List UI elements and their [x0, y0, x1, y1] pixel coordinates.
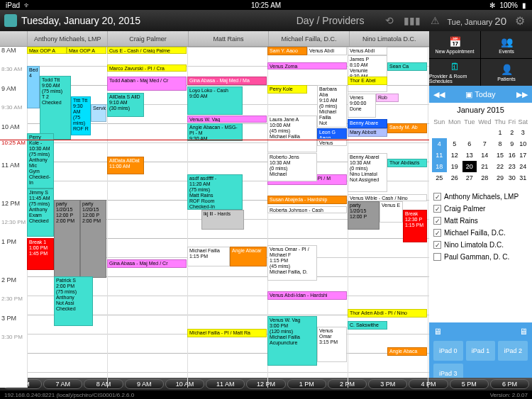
appointment-block[interactable]: Cus E - Cash / Craig Palme [107, 47, 187, 54]
mini-cal-day[interactable]: 5 [447, 138, 463, 150]
appointment-block[interactable]: Venes 9:00:00 Done [348, 94, 376, 118]
mini-cal-day[interactable]: 26 [447, 172, 463, 184]
mini-cal-day[interactable]: 19 [447, 161, 463, 172]
ruler-hour[interactable]: 11 AM [206, 379, 245, 389]
mini-cal-day[interactable] [462, 127, 477, 138]
appointment-block[interactable]: Thor Abdiazis [387, 159, 427, 167]
mini-cal-day[interactable]: 8 [493, 138, 507, 150]
ruler-hour[interactable]: 1 PM [287, 379, 326, 389]
mini-cal-day[interactable]: 31 [517, 172, 529, 184]
mini-cal-day[interactable]: 3 [517, 127, 529, 138]
appointment-block[interactable]: Michael Failla - PI / Matt Ra [187, 329, 267, 337]
appointment-block[interactable]: Gina Abasa - Maj Med / Cr [107, 259, 187, 268]
alert-icon[interactable]: ⚠ [431, 15, 440, 26]
appointment-block[interactable]: Venus Abdi-Idan - Hardshi [267, 291, 347, 300]
mini-cal-day[interactable]: 16 [507, 150, 516, 161]
appointment-block[interactable]: Sam Y. Aaoo [267, 47, 307, 55]
mini-cal-day[interactable]: 13 [462, 150, 477, 161]
appointment-block[interactable]: Michael Failla 1:15 PM [187, 247, 230, 266]
mini-cal-day[interactable]: 10 [517, 138, 529, 150]
ruler-hour[interactable]: 7 AM [43, 379, 82, 389]
appointment-block[interactable]: Tttt Ttt 9:30 AM (75 mins) ROF R [71, 96, 91, 135]
appointment-block[interactable]: Venus Abdi [307, 47, 347, 55]
provider-header[interactable]: Craig Palmer [107, 31, 187, 46]
ruler-hour[interactable]: 5 PM [450, 379, 489, 389]
sidebar-action-new-appointment[interactable]: 📅New Appointment [429, 31, 480, 58]
view-mode-selector[interactable]: Day / Providers [282, 15, 379, 26]
appointment-block[interactable]: Roberto Jens 10:30 AM (0 mins) Michael [267, 153, 317, 181]
mini-cal-day[interactable]: 4 [432, 138, 447, 150]
checkbox-icon[interactable]: ✓ [433, 217, 441, 225]
provider-header[interactable]: Matt Rains [188, 31, 268, 46]
appointment-block[interactable]: James P 8:10 AM Venunie 8:30 AM Done [348, 55, 387, 92]
appointment-block[interactable]: Venus Omar - PI / Michael F 1:15 PM (45 … [267, 245, 317, 281]
appointment-block[interactable]: AllData S AllD 9:10 AM (30 mins) [107, 93, 144, 117]
appointment-block[interactable]: Max OOP A [27, 47, 67, 54]
mini-cal-day[interactable]: 14 [477, 150, 494, 161]
mini-cal-day[interactable]: 22 [493, 161, 507, 172]
mini-cal-day[interactable]: 23 [507, 161, 516, 172]
appointment-block[interactable]: Venus E [379, 201, 403, 223]
header-mini-date[interactable]: Tue, January 20 [447, 15, 506, 27]
appointment-block[interactable]: Patrick S 2:00 PM (75 mins) Anthony Not … [54, 276, 93, 326]
provider-filter-item[interactable]: ✓Anthony Michaels, LMP [432, 191, 529, 203]
mini-cal-day[interactable]: 9 [507, 138, 516, 150]
appointment-block[interactable]: Sean Ca [387, 62, 427, 71]
ruler-hour[interactable]: 9 AM [125, 379, 164, 389]
mini-cal-day[interactable] [432, 127, 447, 138]
sidebar-action-events[interactable]: 👥Events [481, 31, 532, 58]
mini-cal-day[interactable]: 6 [462, 138, 477, 150]
appointment-block[interactable]: Thor E Abel [348, 77, 387, 85]
sidebar-action-provider-room-schedules[interactable]: 🗓Provider & Room Schedules [429, 59, 480, 86]
mini-cal-day[interactable] [477, 127, 494, 138]
appointment-block[interactable]: lkj lll - Hards [201, 210, 244, 230]
ruler-hour[interactable]: 10 AM [165, 379, 204, 389]
ruler-hour[interactable]: 12 PM [246, 379, 285, 389]
appointment-block[interactable]: party 1/20/15 12:00 P 2:00 PM [54, 200, 80, 278]
appointment-block[interactable]: Rob [376, 94, 399, 102]
checkbox-icon[interactable]: ✓ [433, 205, 441, 213]
appointment-block[interactable]: Venus W. Vag [187, 116, 267, 123]
provider-filter-item[interactable]: ✓Craig Palmer [432, 203, 529, 215]
mini-cal-day[interactable]: 2 [507, 127, 516, 138]
sidebar-action-patients[interactable]: 👤Patients [481, 59, 532, 86]
ruler-hour[interactable]: 8 AM [84, 379, 123, 389]
calendar-grid[interactable]: 8 AM8:30 AM9 AM9:30 AM10 AM10:25 AM11 AM… [0, 47, 429, 388]
appointment-block[interactable]: AllData AllDat 11:00 AM [107, 157, 144, 174]
provider-header[interactable]: Michael Failla, D.C. [268, 31, 348, 46]
provider-filter-item[interactable]: Paul Gamman, D. C. [432, 251, 529, 263]
appointment-block[interactable]: Loyo Loko - Cash 9:00 AM [187, 86, 243, 115]
appointment-block[interactable]: Marco Zavurski - PI / Cra [107, 64, 187, 72]
mini-cal-day[interactable]: 12 [447, 150, 463, 161]
settings-icon[interactable]: ⚙ [515, 14, 528, 27]
appointment-block[interactable]: Todd Aaban - Maj Med / Cr [107, 77, 187, 91]
appointment-block[interactable]: Jimmy S 11:45 AM (75 mins) Anthony Exam … [27, 189, 54, 237]
mini-cal-day[interactable]: 25 [432, 172, 447, 184]
provider-header[interactable]: Nino Limatola D.C. [349, 31, 429, 46]
appointment-block[interactable]: Venus Abdi [348, 47, 387, 55]
ruler-hour[interactable]: 6 PM [490, 379, 529, 389]
desktop-icon[interactable]: 🖥 [519, 327, 528, 337]
appointment-block[interactable]: Perry Kole [267, 85, 307, 94]
checkbox-icon[interactable]: ✓ [433, 193, 441, 201]
appointment-block[interactable]: Bed 4 [27, 66, 40, 108]
appointment-block[interactable]: party 1/20/15 12:00 P [348, 201, 379, 230]
checkbox-icon[interactable]: ✓ [433, 241, 441, 249]
mini-cal-day[interactable]: 1 [493, 127, 507, 138]
appointment-block[interactable]: Angie Abacar [230, 247, 267, 266]
mini-cal-day[interactable]: 27 [462, 172, 477, 184]
stats-icon[interactable]: ▮▮▮ [404, 15, 421, 26]
appointment-block[interactable]: Venus Omar 3:15 PM [317, 327, 347, 362]
appointment-block[interactable]: Servic [91, 104, 106, 122]
appointment-block[interactable]: Break 1 1:00 PM 1:45 PM [27, 238, 54, 270]
ruler-hour[interactable]: 3 PM [368, 379, 407, 389]
appointment-block[interactable]: Benny Abarel 10:30 AM (0 mins) Nino Lima… [348, 153, 387, 192]
mini-cal-day[interactable]: 21 [477, 161, 494, 172]
prev-week-icon[interactable]: ◀◀ [433, 90, 445, 99]
monitor-icon[interactable]: 🖥 [433, 327, 442, 337]
device-tile[interactable]: iPad 2 [498, 341, 528, 361]
mini-cal-day[interactable]: 24 [517, 161, 529, 172]
appointment-block[interactable]: Perry Kole - 10:30 AM (75 mins) Anthony … [27, 133, 54, 189]
device-tile[interactable]: iPad 0 [433, 341, 463, 361]
appointment-block[interactable]: Venus Wible - Cash / Nino [348, 194, 427, 201]
